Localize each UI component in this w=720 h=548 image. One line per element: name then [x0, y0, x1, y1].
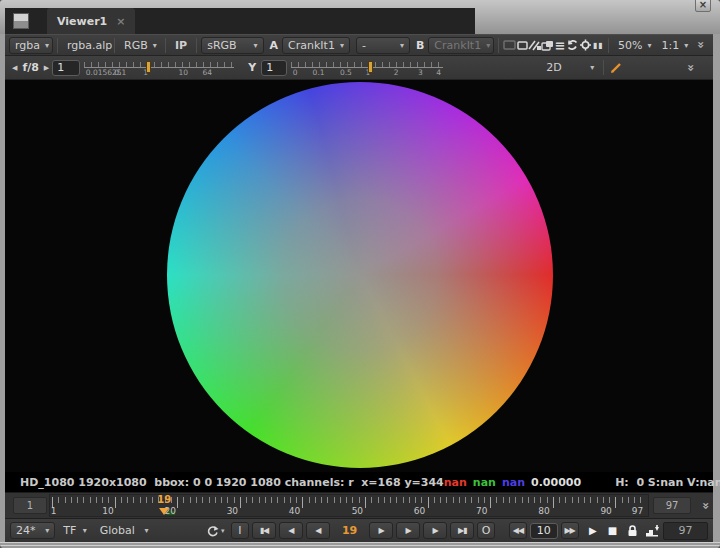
- proxy-frame-icon[interactable]: [503, 37, 516, 53]
- flipbook-ram-cache-icon[interactable]: [643, 523, 660, 539]
- viewer-lut-dropdown[interactable]: sRGB ▾: [201, 37, 263, 54]
- timecode-frames-dropdown[interactable]: TF ▾: [58, 522, 91, 539]
- playhead[interactable]: 19: [157, 497, 171, 515]
- zoom-level-dropdown[interactable]: 50% ▾: [613, 37, 656, 54]
- titlebar-strip: [0, 0, 720, 8]
- step-backward-icon: ◀: [315, 526, 320, 535]
- status-bar: HD_1080 1920x1080 bbox: 0 0 1920 1080 ch…: [5, 472, 713, 492]
- divider: [608, 38, 609, 53]
- rewind-icon: ◀◀: [513, 526, 523, 535]
- fstop-label: f/8: [20, 61, 40, 74]
- go-first-icon: ▮◀: [260, 526, 269, 535]
- set-in-point-button[interactable]: I: [231, 522, 249, 539]
- viewer-window: Viewer1 × × rgba ▾ rgba.alp RGB ▾ IP: [0, 0, 720, 548]
- input-b-dropdown[interactable]: CrankIt1 ▾: [428, 37, 494, 54]
- go-last-icon: ▶▮: [458, 526, 467, 535]
- playback-mode-icon[interactable]: ▶: [585, 523, 602, 539]
- frame-range-mode-dropdown[interactable]: Global ▾: [95, 522, 154, 539]
- gain-input[interactable]: 1: [52, 60, 80, 76]
- input-a-dropdown[interactable]: CrankIt1 ▾: [282, 37, 350, 54]
- set-out-point-button[interactable]: O: [477, 522, 495, 539]
- transport-bar: 24* ▾ TF ▾ Global ▾ ▾ I ▮◀ ◀ ◀: [5, 518, 713, 542]
- caret-icon: ▾: [481, 41, 490, 50]
- viewer-toolbar: rgba ▾ rgba.alp RGB ▾ IP sRGB ▾ A CrankI…: [5, 34, 713, 56]
- play-backward-icon: ◀: [288, 526, 293, 535]
- close-icon: ×: [699, 0, 707, 10]
- lock-range-icon[interactable]: [624, 523, 641, 539]
- caret-icon: ▾: [679, 41, 688, 50]
- wipe-stripes-icon[interactable]: [528, 37, 541, 53]
- caret-icon: ▾: [78, 526, 87, 535]
- timeline-expand-chevron-icon[interactable]: »: [699, 502, 713, 510]
- range-start-input[interactable]: 1: [13, 497, 47, 514]
- caret-icon: ▾: [148, 41, 157, 50]
- fstop-increase-icon[interactable]: ▶: [41, 64, 52, 72]
- fps-dropdown[interactable]: 24* ▾: [10, 522, 55, 539]
- caret-icon: ▾: [643, 41, 652, 50]
- play-forward-icon: ▶: [379, 526, 384, 535]
- range-end-input[interactable]: 97: [653, 497, 691, 514]
- caret-icon: ▾: [249, 41, 258, 50]
- caret-icon: ▾: [221, 527, 225, 535]
- current-frame-value[interactable]: 19: [333, 524, 366, 537]
- gear-settings-icon[interactable]: [579, 37, 592, 53]
- gamma-slider[interactable]: 0 0.1 0.5 1 2 3 4: [291, 58, 443, 78]
- step-forward-icon: ▶: [406, 526, 411, 535]
- caret-icon: ▾: [585, 63, 594, 72]
- loop-mode-icon[interactable]: ▾: [203, 523, 228, 539]
- alpha-channel-dropdown[interactable]: rgba.alp: [62, 37, 110, 54]
- pause-icon[interactable]: ▮▮: [592, 37, 604, 53]
- step-backward-button[interactable]: ◀: [306, 522, 330, 539]
- playback-end-frame[interactable]: 97: [663, 522, 708, 540]
- step-forward-button[interactable]: ▶: [396, 522, 420, 539]
- stacked-lines-icon[interactable]: ≡: [554, 37, 566, 53]
- divider: [498, 38, 499, 53]
- tab-close-icon[interactable]: ×: [116, 15, 125, 28]
- viewer-canvas[interactable]: [5, 80, 713, 472]
- jump-forward-button[interactable]: ▶▶: [561, 522, 579, 539]
- gamma-slider-handle[interactable]: [368, 61, 373, 73]
- divider: [603, 60, 604, 75]
- gain-slider-handle[interactable]: [146, 61, 151, 73]
- toolbar-expand-chevron-icon[interactable]: »: [694, 37, 708, 53]
- input-process-button[interactable]: IP: [170, 37, 192, 54]
- window-titlebar[interactable]: Viewer1 × ×: [0, 0, 720, 34]
- stop-render-icon[interactable]: ■: [604, 523, 621, 539]
- channels-dropdown[interactable]: rgba ▾: [9, 37, 53, 54]
- toolbar2-expand-chevron-icon[interactable]: »: [684, 60, 698, 76]
- window-close-button[interactable]: ×: [695, 0, 711, 12]
- frame-step-input[interactable]: 10: [530, 523, 558, 539]
- view-mode-dropdown[interactable]: 2D ▾: [541, 59, 599, 76]
- sync-refresh-icon[interactable]: [566, 37, 579, 53]
- caret-icon: ▾: [40, 41, 49, 50]
- tab-row: Viewer1 ×: [5, 8, 713, 34]
- pencil-edit-icon[interactable]: [608, 60, 625, 76]
- pane-layout-icon[interactable]: [13, 13, 29, 29]
- play-backward-button[interactable]: ◀: [279, 522, 303, 539]
- go-to-start-button[interactable]: ▮◀: [252, 522, 276, 539]
- tab-viewer1[interactable]: Viewer1 ×: [47, 8, 135, 34]
- skip-forward-button[interactable]: ▶: [423, 522, 447, 539]
- wipe-mode-dropdown[interactable]: - ▾: [356, 37, 410, 54]
- display-channel-dropdown[interactable]: RGB ▾: [119, 37, 161, 54]
- divider: [165, 38, 166, 53]
- fast-forward-icon: ▶▶: [564, 526, 574, 535]
- window-resize-grip[interactable]: [0, 542, 720, 548]
- gamma-input[interactable]: 1: [261, 60, 287, 76]
- jump-back-button[interactable]: ◀◀: [509, 522, 527, 539]
- gamma-label: Y: [246, 61, 258, 74]
- input-b-label: B: [410, 39, 428, 52]
- ruler-major-ticks: [52, 497, 646, 508]
- overlapping-panels-icon[interactable]: [541, 37, 554, 53]
- go-to-end-button[interactable]: ▶▮: [450, 522, 474, 539]
- pixel-aspect-dropdown[interactable]: 1:1 ▾: [657, 37, 694, 54]
- play-forward-button[interactable]: ▶: [369, 522, 393, 539]
- gain-slider[interactable]: 0.015625 0.1 1 10 64: [84, 58, 234, 78]
- playhead-marker-icon: [159, 508, 169, 515]
- timeline-ruler[interactable]: 1 10 20 30 40 50 60 70 80 90 97 19: [49, 494, 649, 517]
- divider: [196, 38, 197, 53]
- fstop-decrease-icon[interactable]: ◀: [9, 64, 20, 72]
- tab-strip: Viewer1 ×: [5, 8, 475, 34]
- region-of-interest-icon[interactable]: [516, 37, 528, 53]
- skip-forward-icon: ▶: [433, 526, 438, 535]
